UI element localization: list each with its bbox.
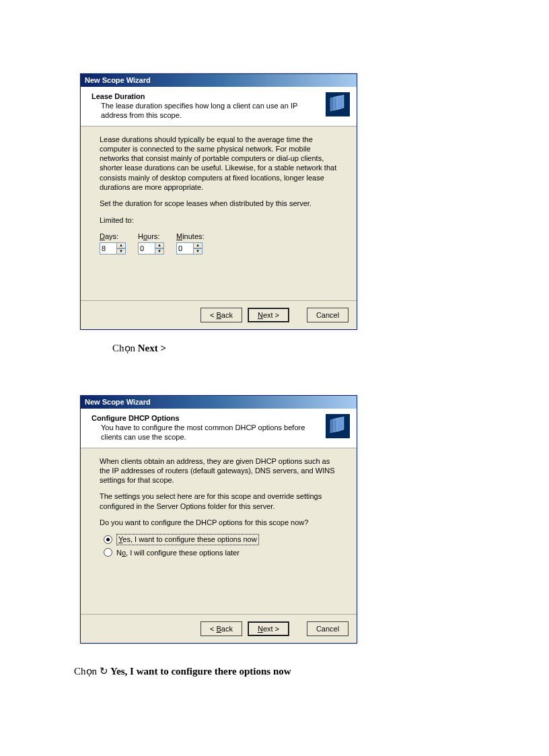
days-down[interactable]: ▼ (116, 248, 126, 254)
header-panel: Configure DHCP Options You have to confi… (81, 409, 357, 448)
header-panel: Lease Duration The lease duration specif… (81, 87, 357, 127)
back-button[interactable]: < Back (200, 308, 242, 322)
hours-input[interactable] (138, 242, 155, 254)
radio-yes-row[interactable]: Yes, I want to configure these options n… (104, 534, 338, 545)
body-panel: When clients obtain an address, they are… (81, 448, 357, 614)
duration-row: Days: ▲ ▼ Hours: ▲ ▼ (100, 232, 338, 254)
minutes-column: Minutes: ▲ ▼ (176, 232, 205, 254)
titlebar: New Scope Wizard (81, 74, 357, 87)
minutes-label: Minutes: (176, 232, 205, 241)
days-label: Days: (100, 232, 126, 241)
caption-bold: Next > (138, 343, 166, 353)
body-paragraph-2: Set the duration for scope leases when d… (100, 199, 338, 208)
caption-prefix: Chọn (112, 343, 138, 353)
hours-spinner[interactable]: ▲ ▼ (138, 242, 164, 254)
header-text: Configure DHCP Options You have to confi… (92, 414, 326, 442)
minutes-spinner[interactable]: ▲ ▼ (176, 242, 205, 254)
body-paragraph-1: When clients obtain an address, they are… (100, 456, 338, 485)
minutes-input[interactable] (176, 242, 194, 254)
radio-no[interactable] (104, 548, 112, 557)
minutes-up[interactable]: ▲ (193, 242, 203, 248)
caption-yes: Chọn ↻ Yes, I want to configure there op… (74, 665, 291, 677)
radio-yes-label: Yes, I want to configure these options n… (116, 534, 259, 545)
hours-down[interactable]: ▼ (155, 248, 164, 254)
days-up[interactable]: ▲ (116, 242, 126, 248)
body-paragraph-1: Lease durations should typically be equa… (100, 135, 338, 193)
body-paragraph-3: Do you want to configure the DHCP option… (100, 518, 338, 527)
header-desc: The lease duration specifies how long a … (92, 102, 319, 121)
hours-label: Hours: (138, 232, 164, 241)
days-spinner[interactable]: ▲ ▼ (100, 242, 126, 254)
body-panel: Lease durations should typically be equa… (81, 127, 357, 301)
radio-no-row[interactable]: No, I will configure these options later (104, 548, 338, 557)
cancel-button[interactable]: Cancel (307, 308, 349, 322)
caption-symbol: ↻ (100, 666, 108, 677)
radio-yes[interactable] (104, 535, 112, 544)
caption-next: Chọn Next > (112, 342, 166, 354)
body-paragraph-2: The settings you select here are for thi… (100, 491, 338, 511)
wizard-icon (326, 92, 350, 116)
header-desc: You have to configure the most common DH… (92, 423, 319, 442)
hours-column: Hours: ▲ ▼ (138, 232, 164, 254)
titlebar: New Scope Wizard (81, 396, 357, 409)
minutes-down[interactable]: ▼ (193, 248, 203, 254)
button-bar: < Back Next > Cancel (81, 300, 357, 329)
header-text: Lease Duration The lease duration specif… (92, 92, 326, 121)
dialog-lease-duration: New Scope Wizard Lease Duration The leas… (80, 73, 357, 330)
cancel-button[interactable]: Cancel (307, 621, 349, 636)
dialog-configure-dhcp: New Scope Wizard Configure DHCP Options … (80, 395, 357, 644)
header-title: Lease Duration (92, 92, 319, 100)
next-button[interactable]: Next > (248, 621, 289, 636)
wizard-icon (326, 414, 350, 438)
radio-no-label: No, I will configure these options later (116, 548, 240, 557)
days-input[interactable] (100, 242, 117, 254)
days-column: Days: ▲ ▼ (100, 232, 126, 254)
header-title: Configure DHCP Options (92, 414, 319, 422)
back-button[interactable]: < Back (200, 621, 242, 636)
hours-up[interactable]: ▲ (155, 242, 164, 248)
next-button[interactable]: Next > (248, 308, 289, 322)
limited-to-label: Limited to: (100, 215, 338, 225)
button-bar: < Back Next > Cancel (81, 614, 357, 643)
caption-bold: Yes, I want to configure there options n… (108, 666, 291, 677)
caption-prefix: Chọn (74, 666, 100, 677)
